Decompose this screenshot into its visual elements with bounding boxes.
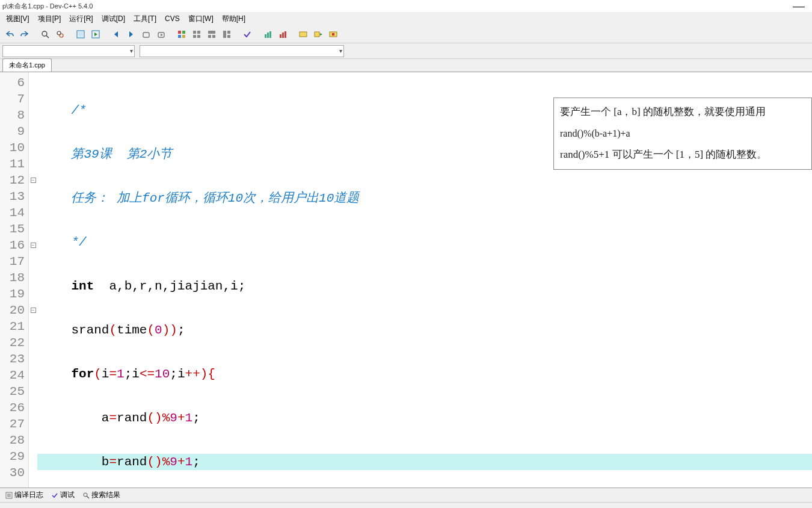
line-gutter: 6789101112131415161718192021222324252627… xyxy=(0,72,29,488)
grid2-button[interactable] xyxy=(189,27,204,42)
svg-rect-22 xyxy=(208,35,211,38)
file-tab-bar: 未命名1.cpp xyxy=(0,59,812,72)
replace-button[interactable] xyxy=(53,27,67,42)
svg-rect-23 xyxy=(212,35,215,38)
grid3-button[interactable] xyxy=(205,27,219,42)
nav-back-button[interactable] xyxy=(109,27,123,42)
svg-rect-17 xyxy=(193,31,196,34)
svg-rect-5 xyxy=(78,32,83,37)
check-button[interactable] xyxy=(240,27,254,42)
overlay-line2: rand()%(b-a+1)+a xyxy=(560,125,805,143)
svg-point-0 xyxy=(42,31,47,36)
svg-rect-18 xyxy=(197,31,200,34)
status-search[interactable]: 搜索结果 xyxy=(79,489,123,501)
svg-rect-20 xyxy=(197,35,200,38)
menu-debug[interactable]: 调试[D] xyxy=(98,13,129,25)
debug-step-button[interactable] xyxy=(311,27,325,42)
svg-marker-35 xyxy=(320,33,322,36)
svg-rect-15 xyxy=(178,35,181,38)
menu-view[interactable]: 视图[V] xyxy=(2,13,33,25)
svg-rect-31 xyxy=(282,33,284,38)
svg-rect-25 xyxy=(227,31,230,34)
minimize-button[interactable]: — xyxy=(788,0,810,13)
svg-rect-13 xyxy=(178,31,181,34)
check-icon xyxy=(51,491,58,499)
overlay-line1: 要产生一个 [a，b] 的随机整数，就要使用通用 xyxy=(560,103,805,122)
svg-rect-30 xyxy=(280,34,281,38)
undo-button[interactable] xyxy=(2,27,17,42)
svg-rect-32 xyxy=(285,31,286,38)
nav-forward-button[interactable] xyxy=(124,27,138,42)
toolbar xyxy=(0,25,812,43)
bookmark-next-button[interactable] xyxy=(154,27,168,42)
menu-bar: 视图[V] 项目[P] 运行[R] 调试[D] 工具[T] CVS 窗口[W] … xyxy=(0,12,812,25)
svg-rect-21 xyxy=(208,31,215,34)
overlay-line3: rand()%5+1 可以产生一个 [1，5] 的随机整数。 xyxy=(560,146,805,164)
menu-cvs[interactable]: CVS xyxy=(161,13,183,24)
fold-column: −−− xyxy=(29,72,37,488)
window-title: p\未命名1.cpp - Dev-C++ 5.4.0 xyxy=(2,2,93,11)
redo-button[interactable] xyxy=(17,27,32,42)
debug-start-button[interactable] xyxy=(296,27,310,42)
menu-project[interactable]: 项目[P] xyxy=(34,13,65,25)
menu-help[interactable]: 帮助[H] xyxy=(218,13,249,25)
svg-rect-27 xyxy=(265,34,266,38)
svg-rect-29 xyxy=(269,31,271,38)
svg-line-1 xyxy=(46,36,49,38)
svg-marker-12 xyxy=(161,34,163,36)
svg-marker-7 xyxy=(94,33,97,36)
svg-marker-8 xyxy=(114,31,118,37)
svg-rect-24 xyxy=(223,31,226,38)
svg-rect-16 xyxy=(182,35,185,38)
svg-point-3 xyxy=(60,34,63,37)
bookmark-toggle-button[interactable] xyxy=(139,27,153,42)
menu-tools[interactable]: 工具[T] xyxy=(130,13,160,25)
title-bar: p\未命名1.cpp - Dev-C++ 5.4.0 — xyxy=(0,0,812,12)
svg-rect-34 xyxy=(315,32,319,37)
grid1-button[interactable] xyxy=(174,27,189,42)
menu-run[interactable]: 运行[R] xyxy=(66,13,96,25)
file-tab[interactable]: 未命名1.cpp xyxy=(2,58,52,72)
chart1-button[interactable] xyxy=(260,27,275,42)
log-icon xyxy=(5,491,13,499)
run-button[interactable] xyxy=(88,27,103,42)
config-dropdown[interactable]: ▾ xyxy=(2,45,135,57)
debug-stop-button[interactable] xyxy=(326,27,340,42)
svg-rect-19 xyxy=(193,35,196,38)
svg-rect-33 xyxy=(300,32,307,37)
svg-rect-28 xyxy=(267,33,269,38)
svg-rect-37 xyxy=(332,33,334,36)
grid4-button[interactable] xyxy=(220,27,234,42)
compiler-dropdown[interactable]: ▾ xyxy=(140,45,344,57)
code-editor[interactable]: 6789101112131415161718192021222324252627… xyxy=(0,72,812,488)
status-compile-log[interactable]: 编译日志 xyxy=(2,489,46,501)
menu-window[interactable]: 窗口[W] xyxy=(185,13,217,25)
svg-marker-9 xyxy=(129,31,133,37)
help-overlay: 要产生一个 [a，b] 的随机整数，就要使用通用 rand()%(b-a+1)+… xyxy=(553,98,812,170)
bottom-panel xyxy=(0,502,812,508)
dropdown-row: ▾ ▾ xyxy=(0,43,812,59)
svg-rect-10 xyxy=(143,33,149,37)
compile-button[interactable] xyxy=(73,27,88,42)
find-button[interactable] xyxy=(38,27,52,42)
search-icon xyxy=(82,491,90,499)
chart2-button[interactable] xyxy=(275,27,290,42)
status-debug[interactable]: 调试 xyxy=(48,489,77,501)
status-bar: 编译日志 调试 搜索结果 xyxy=(0,488,812,502)
svg-line-43 xyxy=(87,496,89,498)
svg-rect-14 xyxy=(182,31,185,34)
svg-rect-26 xyxy=(227,35,230,38)
